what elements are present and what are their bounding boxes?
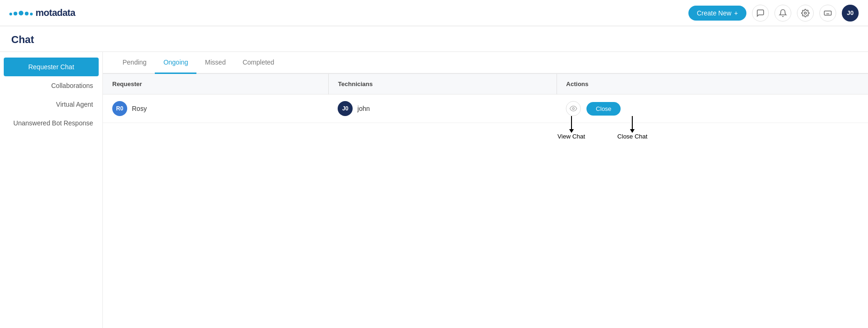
tabs-bar: Pending Ongoing Missed Completed	[103, 52, 868, 74]
view-chat-label: View Chat	[557, 133, 585, 140]
sidebar: Requester Chat Collaborations Virtual Ag…	[0, 52, 103, 328]
page-container: Chat Requester Chat Collaborations Virtu…	[0, 26, 868, 328]
logo-dot-2	[14, 12, 17, 15]
col-header-requester: Requester	[103, 74, 328, 95]
actions-cell: Close View Chat	[557, 95, 868, 123]
annotation-arrowhead-1	[569, 129, 574, 133]
avatar-initials: J0	[847, 9, 854, 16]
annotation-line-2	[632, 116, 633, 129]
svg-point-2	[572, 108, 574, 109]
create-new-label: Create New	[697, 9, 731, 17]
sidebar-item-unanswered-bot-response[interactable]: Unanswered Bot Response	[0, 114, 102, 132]
create-new-plus-icon: +	[734, 9, 738, 17]
technician-avatar: J0	[338, 101, 353, 116]
actions-container: Close View Chat	[566, 101, 859, 116]
logo-icon	[9, 11, 33, 15]
header-actions: Create New + J0	[688, 5, 859, 22]
close-chat-label: Close Chat	[617, 133, 647, 140]
technician-cell: J0 john	[328, 95, 557, 123]
col-header-technicians: Technicians	[328, 74, 557, 95]
requester-user-cell: R0 Rosy	[112, 101, 319, 116]
create-new-button[interactable]: Create New +	[688, 6, 746, 21]
view-chat-annotation: View Chat	[557, 116, 585, 140]
logo-dot-5	[30, 13, 33, 15]
table-header-row: Requester Technicians Actions	[103, 74, 868, 95]
requester-name: Rosy	[132, 105, 147, 112]
table-row: R0 Rosy J0 john	[103, 95, 868, 123]
logo-dot-1	[9, 13, 12, 15]
logo: motadata	[9, 7, 75, 18]
logo-dot-4	[25, 12, 29, 15]
tab-missed[interactable]: Missed	[196, 52, 234, 74]
content-area: Pending Ongoing Missed Completed Reque	[103, 52, 868, 328]
bell-icon	[779, 9, 787, 17]
table-container: Requester Technicians Actions R0	[103, 74, 868, 328]
close-chat-annotation: Close Chat	[617, 116, 647, 140]
settings-icon-button[interactable]	[797, 5, 814, 22]
header: motadata Create New +	[0, 0, 868, 26]
technician-name: john	[357, 105, 369, 112]
gear-icon	[801, 9, 810, 17]
tab-ongoing[interactable]: Ongoing	[155, 52, 196, 74]
logo-dot-3	[19, 11, 23, 15]
annotation-line-1	[571, 116, 572, 129]
chat-icon-button[interactable]	[752, 5, 769, 22]
keyboard-icon-button[interactable]	[819, 5, 836, 22]
main-content: Requester Chat Collaborations Virtual Ag…	[0, 52, 868, 328]
eye-icon	[570, 105, 577, 112]
sidebar-item-requester-chat[interactable]: Requester Chat	[4, 58, 99, 76]
page-title: Chat	[0, 26, 868, 52]
svg-rect-1	[825, 11, 832, 15]
notification-icon-button[interactable]	[774, 5, 791, 22]
svg-point-0	[804, 12, 807, 14]
keyboard-icon	[824, 9, 832, 17]
col-header-actions: Actions	[557, 74, 868, 95]
sidebar-item-collaborations[interactable]: Collaborations	[0, 76, 102, 95]
chat-bubble-icon	[756, 9, 765, 17]
annotation-arrowhead-2	[630, 129, 635, 133]
close-chat-button[interactable]: Close	[586, 102, 621, 116]
view-chat-button[interactable]	[566, 101, 581, 116]
chat-table: Requester Technicians Actions R0	[103, 74, 868, 123]
logo-text: motadata	[36, 7, 75, 18]
user-avatar-button[interactable]: J0	[842, 5, 859, 22]
requester-cell: R0 Rosy	[103, 95, 328, 123]
sidebar-item-virtual-agent[interactable]: Virtual Agent	[0, 95, 102, 114]
tab-pending[interactable]: Pending	[114, 52, 155, 74]
technician-user-cell: J0 john	[338, 101, 547, 116]
tab-completed[interactable]: Completed	[234, 52, 283, 74]
requester-avatar: R0	[112, 101, 127, 116]
